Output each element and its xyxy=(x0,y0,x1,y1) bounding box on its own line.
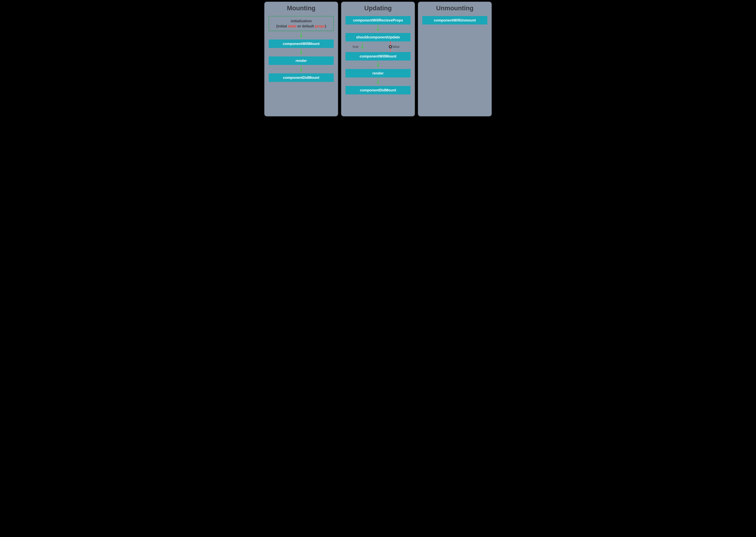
mounting-step: componentWillMount xyxy=(269,39,334,48)
mounting-panel: Mounting initialization (initial state o… xyxy=(264,2,338,116)
arrow-down-icon xyxy=(269,65,334,73)
branch-false-label: false xyxy=(393,45,399,49)
mounting-title: Mounting xyxy=(269,5,334,12)
init-props-word: props xyxy=(315,24,325,28)
branch-true-label: true xyxy=(353,45,359,49)
update-branch: true ✕ false xyxy=(346,41,410,52)
mounting-step: componentDidMount xyxy=(269,73,334,82)
updating-step: componentWillRecieveProps xyxy=(346,16,410,24)
updating-step: render xyxy=(346,69,410,77)
arrow-down-icon xyxy=(269,31,334,39)
initialization-box: initialization (initial state or default… xyxy=(269,16,334,31)
updating-step: shouldcomponentUpdate xyxy=(346,33,410,41)
updating-step: componentWillMount xyxy=(346,52,410,61)
arrow-down-icon xyxy=(269,48,334,57)
updating-step: componentDidMount xyxy=(346,86,410,95)
init-line-2: (initial state or default props) xyxy=(271,23,332,29)
stop-x-icon: ✕ xyxy=(389,45,392,48)
mounting-step: render xyxy=(269,57,334,65)
arrow-down-icon xyxy=(346,61,410,69)
updating-panel: Updating componentWillRecieveProps shoul… xyxy=(341,2,415,116)
arrow-down-icon xyxy=(346,24,410,33)
unmounting-panel: Unmounting componentWillUnmount xyxy=(418,2,492,116)
arrow-down-icon xyxy=(346,77,410,86)
init-line-1: initialization xyxy=(271,19,332,23)
init-state-word: state xyxy=(288,24,296,28)
updating-title: Updating xyxy=(346,5,410,12)
unmounting-step: componentWillUnmount xyxy=(422,16,487,24)
unmounting-title: Unmounting xyxy=(422,5,487,12)
